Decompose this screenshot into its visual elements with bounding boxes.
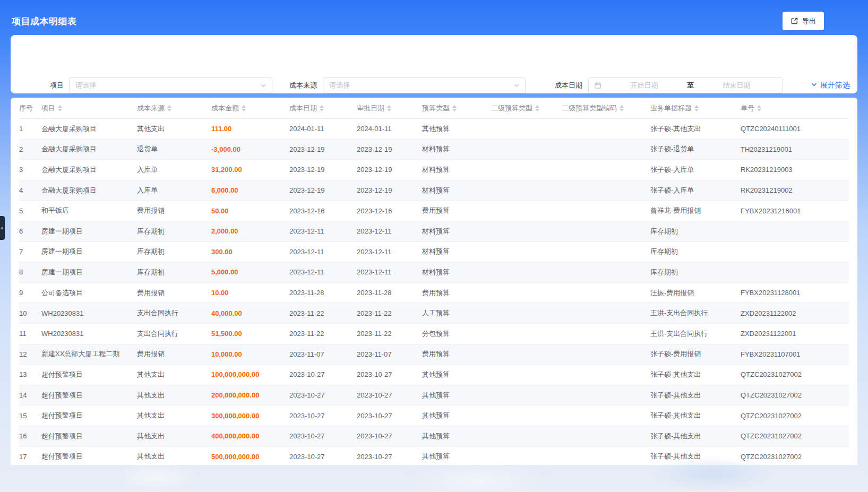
cell-budget-type: 材料预算	[422, 247, 491, 256]
cell-doc-no: ZXD20231122001	[741, 330, 849, 338]
export-button[interactable]: 导出	[783, 12, 824, 30]
column-label: 成本日期	[289, 103, 317, 113]
column-header-approve-date[interactable]: 审批日期	[357, 103, 422, 113]
sort-caret-icon[interactable]	[58, 105, 62, 111]
cell-budget-type: 分包预算	[422, 329, 491, 339]
column-header-project[interactable]: 项目	[41, 103, 137, 113]
cell-amount: 111.00	[211, 125, 289, 133]
sort-caret-icon[interactable]	[167, 105, 171, 111]
column-header-budget-type[interactable]: 预算类型	[422, 103, 491, 113]
table-row: 16超付预警项目其他支出400,000,000.002023-10-272023…	[19, 426, 849, 447]
column-header-amount[interactable]: 成本金额	[211, 103, 289, 113]
column-header-sub-budget-code[interactable]: 二级预算类型编码	[562, 103, 650, 113]
source-select[interactable]: 请选择	[323, 77, 526, 93]
chevron-down-icon	[513, 82, 520, 89]
column-header-doc-no[interactable]: 单号	[741, 103, 849, 113]
cell-cost-date: 2023-12-16	[289, 207, 357, 215]
sort-caret-icon[interactable]	[242, 105, 246, 111]
table-header-row: 序号项目成本来源成本金额成本日期审批日期预算类型二级预算类型二级预算类型编码业务…	[19, 98, 849, 119]
column-label: 成本来源	[137, 103, 165, 113]
sort-caret-icon[interactable]	[757, 105, 761, 111]
column-header-cost-date[interactable]: 成本日期	[289, 103, 357, 113]
export-icon	[790, 17, 798, 25]
sort-caret-icon[interactable]	[620, 105, 624, 111]
cell-amount: 400,000,000.00	[211, 432, 289, 440]
cell-index: 14	[19, 391, 41, 399]
cell-project: 房建一期项目	[41, 267, 137, 277]
table-row: 11WH20230831支出合同执行51,500.002023-11-22202…	[19, 324, 849, 344]
cell-approve-date: 2023-12-16	[357, 207, 422, 215]
cell-doc-title: 张子硕-退货单	[650, 144, 741, 154]
cell-cost-date: 2023-10-27	[289, 370, 357, 378]
date-range-input[interactable]: 开始日期 至 结束日期	[588, 77, 783, 93]
cell-doc-no: FYBX20231128001	[741, 289, 849, 297]
cell-cost-date: 2023-12-11	[289, 227, 357, 235]
cell-doc-title: 汪振-费用报销	[650, 288, 741, 298]
column-header-sub-budget[interactable]: 二级预算类型	[491, 103, 562, 113]
cell-source: 其他支出	[137, 391, 211, 400]
expand-filters-label: 展开筛选	[820, 81, 850, 90]
filter-card: 项目 请选择 成本来源 请选择 成本日期 开始日期 至 结束日期 展开筛选 搜索…	[11, 35, 857, 93]
cell-project: 超付预警项目	[41, 431, 137, 441]
chevron-down-icon	[811, 81, 818, 90]
cell-project: 超付预警项目	[41, 452, 137, 461]
cell-amount: 5,000.00	[211, 268, 289, 276]
collapsed-side-panel-handle[interactable]	[0, 216, 5, 240]
expand-filters-link[interactable]: 展开筛选	[811, 77, 850, 93]
cell-doc-no: FYBX20231216001	[741, 207, 849, 215]
table-row: 13超付预警项目其他支出100,000,000.002023-10-272023…	[19, 365, 849, 385]
cell-index: 13	[19, 370, 41, 378]
cell-amount: -3,000.00	[211, 145, 289, 153]
cell-index: 3	[19, 166, 41, 174]
cost-detail-table: 序号项目成本来源成本金额成本日期审批日期预算类型二级预算类型二级预算类型编码业务…	[11, 98, 857, 465]
cell-doc-title: 张子硕-费用报销	[650, 349, 741, 359]
cell-project: 公司备选项目	[41, 288, 137, 298]
cell-index: 12	[19, 350, 41, 358]
cell-amount: 10.00	[211, 289, 289, 297]
cell-approve-date: 2023-12-19	[357, 186, 422, 194]
table-row: 5和平饭店费用报销50.002023-12-162023-12-16费用预算曾祥…	[19, 201, 849, 221]
table-row: 14超付预警项目其他支出200,000,000.002023-10-272023…	[19, 385, 849, 406]
column-header-doc-title[interactable]: 业务单据标题	[650, 103, 741, 113]
cell-index: 6	[19, 227, 41, 235]
cell-project: WH20230831	[41, 330, 137, 338]
sort-caret-icon[interactable]	[387, 105, 391, 111]
cell-budget-type: 其他预算	[422, 391, 491, 400]
cell-doc-no: RK20231219002	[741, 186, 849, 194]
sort-caret-icon[interactable]	[694, 105, 699, 111]
cell-budget-type: 其他预算	[422, 452, 491, 461]
table-row: 7房建一期项目库存期初300.002023-12-112023-12-11材料预…	[19, 242, 849, 263]
table-row: 6房建一期项目库存期初2,000.002023-12-112023-12-11材…	[19, 221, 849, 242]
cell-budget-type: 材料预算	[422, 165, 491, 175]
table-row: 8房建一期项目库存期初5,000.002023-12-112023-12-11材…	[19, 262, 849, 283]
cell-cost-date: 2023-11-22	[289, 309, 357, 317]
cell-doc-title: 张子硕-其他支出	[650, 431, 741, 441]
cell-approve-date: 2023-12-19	[357, 166, 422, 174]
cell-doc-title: 张子硕-其他支出	[650, 452, 741, 461]
column-header-source[interactable]: 成本来源	[137, 103, 211, 113]
project-select[interactable]: 请选择	[69, 77, 272, 93]
cell-index: 9	[19, 289, 41, 297]
project-filter-label: 项目	[31, 77, 64, 93]
sort-caret-icon[interactable]	[320, 105, 324, 111]
cell-doc-title: 王洪-支出合同执行	[650, 308, 741, 318]
cell-budget-type: 材料预算	[422, 144, 491, 154]
column-label: 单号	[741, 103, 754, 113]
cell-amount: 100,000,000.00	[211, 370, 289, 378]
cell-budget-type: 其他预算	[422, 411, 491, 420]
cell-amount: 31,200.00	[211, 166, 289, 174]
cell-doc-title: 张子硕-其他支出	[650, 124, 741, 134]
cell-budget-type: 材料预算	[422, 267, 491, 277]
cell-index: 11	[19, 330, 41, 338]
sort-caret-icon[interactable]	[452, 105, 457, 111]
cell-approve-date: 2023-10-27	[357, 412, 422, 420]
cell-approve-date: 2023-12-11	[357, 268, 422, 276]
cell-source: 其他支出	[137, 124, 211, 134]
cell-source: 入库单	[137, 186, 211, 195]
sort-caret-icon[interactable]	[535, 105, 539, 111]
cell-source: 库存期初	[137, 267, 211, 277]
date-end-placeholder: 结束日期	[696, 81, 777, 90]
cell-cost-date: 2023-12-11	[289, 248, 357, 256]
cell-approve-date: 2023-11-28	[357, 289, 422, 297]
cell-project: 和平饭店	[41, 206, 137, 215]
